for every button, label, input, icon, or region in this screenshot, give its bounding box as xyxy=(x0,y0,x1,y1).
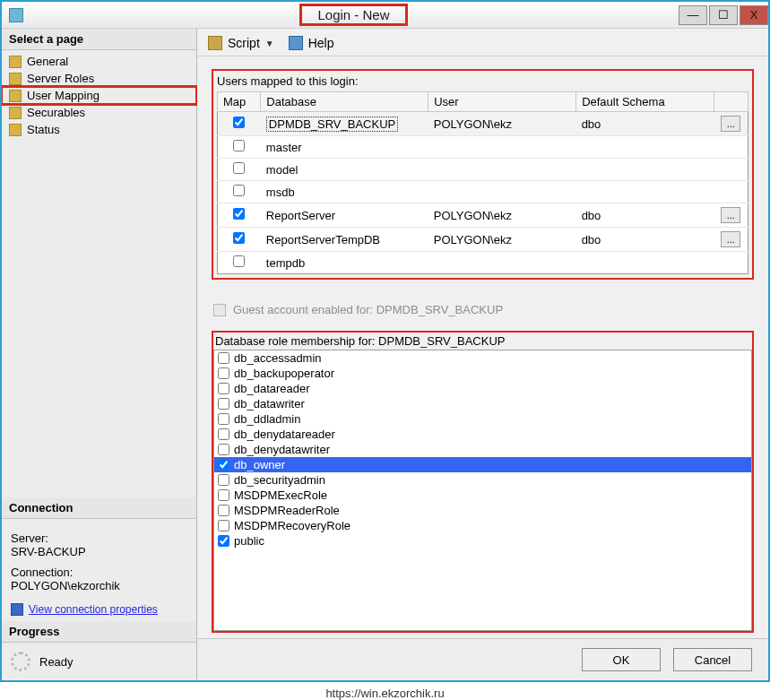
map-checkbox[interactable] xyxy=(233,208,245,220)
connection-body: Server: SRV-BACKUP Connection: POLYGON\e… xyxy=(2,519,196,621)
map-checkbox[interactable] xyxy=(233,140,245,151)
page-item-label: Server Roles xyxy=(27,72,94,85)
role-checkbox[interactable] xyxy=(218,520,229,531)
guest-checkbox xyxy=(213,304,226,316)
page-item-label: User Mapping xyxy=(27,89,99,102)
role-checkbox[interactable] xyxy=(218,444,229,455)
user-cell: POLYGON\ekz xyxy=(428,203,576,228)
database-cell: master xyxy=(266,141,302,154)
server-label: Server: xyxy=(11,531,187,545)
schema-cell: dbo xyxy=(576,112,714,136)
close-button[interactable]: X xyxy=(740,5,768,25)
role-checkbox[interactable] xyxy=(218,474,229,486)
role-checkbox[interactable] xyxy=(218,398,229,410)
script-button[interactable]: Script xyxy=(228,36,260,50)
role-item[interactable]: db_backupoperator xyxy=(214,366,751,381)
role-item[interactable]: MSDPMRecoveryRole xyxy=(214,518,751,533)
role-item[interactable]: db_denydatawriter xyxy=(214,442,751,457)
user-cell: POLYGON\ekz xyxy=(428,228,576,252)
page-icon xyxy=(9,107,22,119)
role-checkbox[interactable] xyxy=(218,383,229,394)
role-name: public xyxy=(234,534,264,548)
guest-account-row: Guest account enabled for: DPMDB_SRV_BAC… xyxy=(213,303,754,316)
role-checkbox[interactable] xyxy=(218,367,229,379)
role-name: db_owner xyxy=(234,458,285,471)
help-button[interactable]: Help xyxy=(308,36,334,50)
app-icon xyxy=(9,8,23,22)
connection-properties-icon xyxy=(11,603,23,616)
minimize-button[interactable]: — xyxy=(679,5,707,25)
right-panel: Script ▼ Help Users mapped to this login… xyxy=(197,29,768,680)
progress-header: Progress xyxy=(2,621,196,643)
roles-group: Database role membership for: DPMDB_SRV_… xyxy=(212,331,754,633)
cancel-button[interactable]: Cancel xyxy=(673,648,752,671)
role-name: MSDPMRecoveryRole xyxy=(234,519,350,532)
role-item[interactable]: MSDPMExecRole xyxy=(214,488,751,503)
database-cell: ReportServerTempDB xyxy=(266,233,380,246)
role-name: MSDPMExecRole xyxy=(234,488,327,502)
role-checkbox[interactable] xyxy=(218,505,229,516)
role-item[interactable]: db_datawriter xyxy=(214,396,751,411)
table-row[interactable]: msdb xyxy=(218,181,748,203)
footer-bar: OK Cancel xyxy=(197,638,768,680)
schema-browse-button[interactable]: ... xyxy=(721,231,740,247)
table-row[interactable]: model xyxy=(218,159,748,181)
progress-body: Ready xyxy=(2,643,196,680)
progress-spinner-icon xyxy=(11,652,30,671)
role-item[interactable]: db_securityadmin xyxy=(214,472,751,488)
page-item-user-mapping[interactable]: User Mapping xyxy=(2,87,196,104)
role-name: db_accessadmin xyxy=(234,351,322,365)
role-checkbox[interactable] xyxy=(218,352,229,364)
schema-cell xyxy=(576,159,714,181)
role-item[interactable]: db_accessadmin xyxy=(214,350,751,366)
database-cell: model xyxy=(266,163,298,177)
toolbar: Script ▼ Help xyxy=(197,29,768,56)
script-dropdown-icon[interactable]: ▼ xyxy=(265,39,274,48)
ok-button[interactable]: OK xyxy=(582,648,661,671)
user-cell xyxy=(428,181,576,203)
role-item[interactable]: db_ddladmin xyxy=(214,411,751,427)
role-item[interactable]: db_owner xyxy=(214,457,751,472)
schema-browse-button[interactable]: ... xyxy=(721,116,740,132)
table-row[interactable]: tempdb xyxy=(218,252,748,274)
role-item[interactable]: db_denydatareader xyxy=(214,427,751,442)
col-database[interactable]: Database xyxy=(261,92,428,112)
table-row[interactable]: ReportServerTempDBPOLYGON\ekzdbo... xyxy=(218,228,748,252)
titlebar: Login - New — ☐ X xyxy=(2,2,768,29)
page-item-general[interactable]: General xyxy=(2,53,196,70)
role-checkbox[interactable] xyxy=(218,459,229,471)
role-item[interactable]: MSDPMReaderRole xyxy=(214,503,751,518)
page-item-securables[interactable]: Securables xyxy=(2,104,196,121)
page-list: GeneralServer RolesUser MappingSecurable… xyxy=(2,50,196,147)
role-checkbox[interactable] xyxy=(218,535,229,547)
role-checkbox[interactable] xyxy=(218,428,229,440)
role-name: db_backupoperator xyxy=(234,367,334,380)
role-name: db_datareader xyxy=(234,382,310,395)
schema-browse-button[interactable]: ... xyxy=(721,207,740,223)
table-row[interactable]: master xyxy=(218,136,748,159)
map-checkbox[interactable] xyxy=(233,117,245,128)
source-url: https://win.ekzorchik.ru xyxy=(0,687,770,700)
select-page-header: Select a page xyxy=(2,29,196,50)
role-item[interactable]: public xyxy=(214,533,751,549)
maximize-button[interactable]: ☐ xyxy=(709,5,738,25)
table-row[interactable]: DPMDB_SRV_BACKUPPOLYGON\ekzdbo... xyxy=(218,112,748,136)
table-row[interactable]: ReportServerPOLYGON\ekzdbo... xyxy=(218,203,748,228)
schema-cell xyxy=(576,181,714,203)
role-checkbox[interactable] xyxy=(218,489,229,501)
map-checkbox[interactable] xyxy=(233,162,245,174)
map-checkbox[interactable] xyxy=(233,255,245,267)
page-item-status[interactable]: Status xyxy=(2,121,196,138)
page-item-server-roles[interactable]: Server Roles xyxy=(2,70,196,87)
role-checkbox[interactable] xyxy=(218,413,229,425)
map-checkbox[interactable] xyxy=(233,232,245,244)
col-schema[interactable]: Default Schema xyxy=(576,92,714,112)
map-checkbox[interactable] xyxy=(233,185,245,196)
view-connection-properties-link[interactable]: View connection properties xyxy=(29,603,158,616)
role-item[interactable]: db_datareader xyxy=(214,381,751,396)
database-cell: msdb xyxy=(266,186,295,199)
connection-header: Connection xyxy=(2,497,196,519)
col-map[interactable]: Map xyxy=(218,92,261,112)
titlebar-buttons: — ☐ X xyxy=(677,5,768,25)
col-user[interactable]: User xyxy=(428,92,576,112)
